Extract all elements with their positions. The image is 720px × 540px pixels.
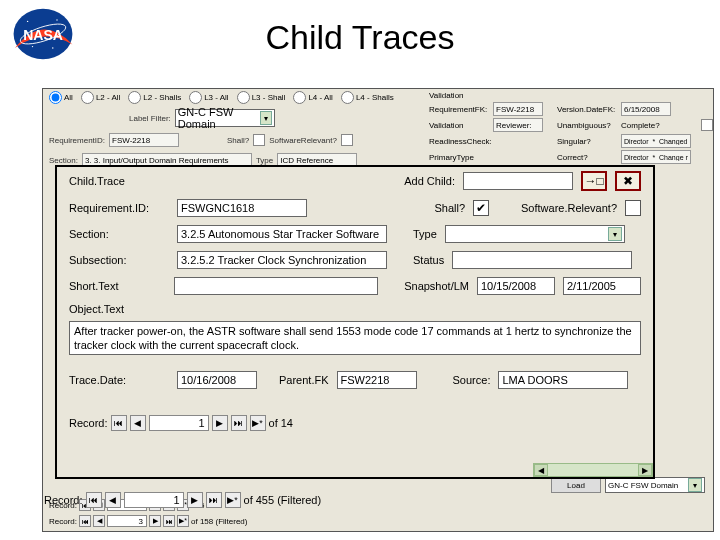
section-label: Section:: [69, 228, 169, 240]
type-select[interactable]: ▾: [445, 225, 625, 243]
label-filter-label: Label Filter:: [129, 114, 171, 123]
lm-input[interactable]: [563, 277, 641, 295]
top-swrelevant-checkbox[interactable]: [341, 134, 353, 146]
top-requirementid-input[interactable]: [109, 133, 179, 147]
tracedate-input[interactable]: [177, 371, 257, 389]
svg-point-4: [56, 19, 57, 20]
shorttext-label: Short.Text: [69, 280, 166, 292]
outer-record-label: Record:: [44, 494, 83, 506]
shall-checkbox[interactable]: [473, 200, 489, 216]
source-label: Source:: [453, 374, 491, 386]
nasa-logo: NASA: [8, 6, 78, 62]
svg-point-3: [27, 21, 28, 22]
load-domain-select[interactable]: GN-C FSW Domain▾: [605, 477, 705, 493]
svg-text:NASA: NASA: [23, 27, 63, 43]
nav-new-icon[interactable]: ▶*: [250, 415, 266, 431]
chevron-down-icon: ▾: [688, 478, 702, 492]
chevron-down-icon: ▾: [260, 111, 272, 125]
tracedate-label: Trace.Date:: [69, 374, 169, 386]
top-shall-label: Shall?: [227, 136, 249, 145]
nav-next-icon[interactable]: ▶: [212, 415, 228, 431]
child-trace-form: Child.Trace Add Child: →□ ✖ Requirement.…: [55, 165, 655, 479]
versiondatefk-input[interactable]: [621, 102, 671, 116]
outer-record-of: of: [244, 494, 253, 506]
objecttext-textarea[interactable]: After tracker power-on, the ASTR softwar…: [69, 321, 641, 355]
requirementid-label: Requirement.ID:: [69, 202, 169, 214]
type-label: Type: [413, 228, 437, 240]
radio-l4-all[interactable]: L4 - All: [293, 91, 332, 104]
snapshot-input[interactable]: [477, 277, 555, 295]
subsection-input[interactable]: [177, 251, 387, 269]
top-swrelevant-label: SoftwareRelevant?: [269, 136, 337, 145]
status-label: Status: [413, 254, 444, 266]
nav-prev-icon[interactable]: ◀: [130, 415, 146, 431]
radio-all[interactable]: All: [49, 91, 73, 104]
requirementfk-label: RequirementFK:: [429, 105, 489, 114]
chevron-down-icon: ▾: [608, 227, 622, 241]
scroll-right-icon[interactable]: ▶: [638, 464, 652, 476]
section-input[interactable]: [177, 225, 387, 243]
complete-label: Complete?: [621, 121, 697, 130]
top-shall-checkbox[interactable]: [253, 134, 265, 146]
inner-record-input[interactable]: [149, 415, 209, 431]
outofscope-checkbox[interactable]: [701, 119, 713, 131]
requirementfk-input[interactable]: [493, 102, 543, 116]
nav-next-icon[interactable]: ▶: [187, 492, 203, 508]
source-input[interactable]: [498, 371, 628, 389]
top-requirementid-label: RequirementID:: [49, 136, 105, 145]
software-relevant-checkbox[interactable]: [625, 200, 641, 216]
childtrace-header: Child.Trace: [69, 175, 169, 187]
inner-record-nav: Record: ⏮ ◀ ▶ ⏭ ▶* of 14: [57, 409, 653, 437]
primarytype-label: PrimaryType: [429, 153, 489, 162]
parentfk-label: Parent.FK: [279, 374, 329, 386]
snapshot-lm-label: Snapshot/LM: [404, 280, 469, 292]
add-child-button[interactable]: →□: [581, 171, 607, 191]
horizontal-scrollbar[interactable]: ◀ ▶: [533, 463, 653, 477]
status-input[interactable]: [452, 251, 632, 269]
top-type-label: Type: [256, 156, 273, 165]
radio-l4-shalls[interactable]: L4 - Shalls: [341, 91, 394, 104]
inner-record-total: 14: [281, 417, 293, 429]
director-change-notco-input[interactable]: [621, 150, 691, 164]
shorttext-input[interactable]: [174, 277, 378, 295]
validation-reviewer-input[interactable]: [493, 118, 543, 132]
inner-record-label: Record:: [69, 417, 108, 429]
parentfk-input[interactable]: [337, 371, 417, 389]
top-section-label: Section:: [49, 156, 78, 165]
page-title: Child Traces: [0, 0, 720, 57]
outer-record-total: 455 (Filtered): [256, 494, 321, 506]
nav-last-icon[interactable]: ⏭: [231, 415, 247, 431]
svg-point-5: [32, 46, 33, 47]
correct-label: Correct?: [557, 153, 617, 162]
add-child-label: Add Child:: [404, 175, 455, 187]
singular-label: Singular?: [557, 137, 617, 146]
software-relevant-label: Software.Relevant?: [521, 202, 617, 214]
load-button[interactable]: Load: [551, 477, 601, 493]
shall-label: Shall?: [434, 202, 465, 214]
outer-record-nav: Record: ⏮ ◀ ▶ ⏭ ▶* of 455 (Filtered): [44, 462, 321, 538]
objecttext-label: Object.Text: [69, 303, 169, 315]
label-filter-select[interactable]: GN-C FSW Domain▾: [175, 109, 275, 127]
nav-first-icon[interactable]: ⏮: [111, 415, 127, 431]
svg-point-6: [52, 47, 53, 48]
readinesscheck-label: ReadinessCheck:: [429, 137, 489, 146]
requirementid-input[interactable]: [177, 199, 307, 217]
versiondatefk-label: Version.DateFK:: [557, 105, 617, 114]
nav-last-icon[interactable]: ⏭: [206, 492, 222, 508]
outer-record-input[interactable]: [124, 492, 184, 508]
unambiguous-label: Unambiguous?: [557, 121, 617, 130]
validation-row-label: Validation: [429, 121, 489, 130]
scroll-left-icon[interactable]: ◀: [534, 464, 548, 476]
radio-l3-all[interactable]: L3 - All: [189, 91, 228, 104]
delete-child-button[interactable]: ✖: [615, 171, 641, 191]
add-child-input[interactable]: [463, 172, 573, 190]
nav-first-icon[interactable]: ⏮: [86, 492, 102, 508]
nav-prev-icon[interactable]: ◀: [105, 492, 121, 508]
radio-l3-shall[interactable]: L3 - Shall: [237, 91, 286, 104]
radio-l2-shalls[interactable]: L2 - Shalls: [128, 91, 181, 104]
validation-header: Validation: [429, 91, 707, 100]
inner-record-of: of: [269, 417, 278, 429]
director-changed-input[interactable]: [621, 134, 691, 148]
nav-new-icon[interactable]: ▶*: [225, 492, 241, 508]
radio-l2-all[interactable]: L2 - All: [81, 91, 120, 104]
